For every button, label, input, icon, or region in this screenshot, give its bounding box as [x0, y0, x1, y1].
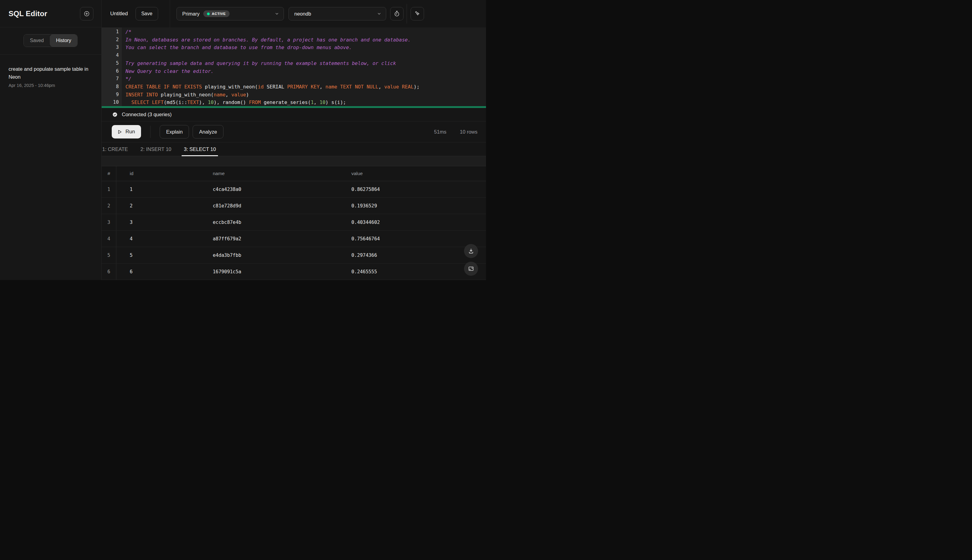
database-name: neondb	[294, 11, 311, 17]
plus-circle-icon	[83, 10, 90, 17]
column-header-id: id	[116, 171, 199, 176]
cell-value: 0.86275864	[338, 187, 486, 192]
tab-saved[interactable]: Saved	[24, 35, 50, 47]
sparkles-icon	[414, 10, 421, 17]
result-tab-3-select-10[interactable]: 3: SELECT 10	[184, 142, 216, 156]
row-number-cell: 3	[102, 214, 116, 230]
line-number: 6	[102, 67, 119, 75]
chevron-down-icon	[274, 11, 279, 16]
row-count: 10 rows	[460, 129, 477, 135]
expand-results-button[interactable]	[464, 262, 478, 276]
code-line: */	[125, 75, 486, 83]
query-history-timer-button[interactable]	[390, 7, 403, 20]
code-line: New Query to clear the editor.	[125, 67, 486, 75]
column-header-value: value	[338, 171, 486, 176]
analyze-button[interactable]: Analyze	[192, 125, 223, 138]
row-number-cell: 6	[102, 263, 116, 280]
line-number: 4	[102, 52, 119, 60]
table-row[interactable]: 22c81e728d9d0.1936529	[102, 198, 486, 214]
cell-id: 4	[116, 236, 199, 242]
branch-select[interactable]: Primary ACTIVE	[176, 7, 284, 20]
cell-name: 1679091c5a	[199, 269, 338, 275]
table-row[interactable]: 44a87ff679a20.75646764	[102, 231, 486, 247]
row-number-cell: 4	[102, 231, 116, 247]
ai-assist-button[interactable]	[411, 7, 424, 20]
code-line: SELECT LEFT(md5(i::TEXT), 10), random() …	[125, 98, 486, 106]
line-number: 1	[102, 28, 119, 36]
code-line: Try generating sample data and querying …	[125, 60, 486, 67]
cell-name: a87ff679a2	[199, 236, 338, 242]
cell-value: 0.75646764	[338, 236, 486, 242]
cell-name: c4ca4238a0	[199, 187, 338, 192]
branch-name: Primary	[182, 11, 200, 17]
cell-id: 2	[116, 203, 199, 208]
cell-name: c81e728d9d	[199, 203, 338, 208]
line-number: 7	[102, 75, 119, 83]
table-row[interactable]: 33eccbc87e4b0.40344602	[102, 214, 486, 231]
row-number-cell: 5	[102, 247, 116, 263]
save-button[interactable]: Save	[136, 7, 158, 20]
line-number: 9	[102, 91, 119, 99]
query-header: Untitled Save	[102, 0, 170, 27]
cell-id: 6	[116, 269, 199, 275]
results-gap-band	[102, 156, 486, 166]
stopwatch-icon	[393, 10, 400, 17]
line-number: 10	[102, 98, 119, 106]
history-item[interactable]: create and populate sample table in Neon…	[0, 55, 101, 94]
history-item-timestamp: Apr 16, 2025 - 10:46pm	[8, 83, 93, 88]
code-editor[interactable]: 12345678910 /*In Neon, databases are sto…	[102, 27, 486, 106]
table-row[interactable]: 55e4da3b7fbb0.2974366	[102, 247, 486, 263]
cell-name: eccbc87e4b	[199, 220, 338, 225]
run-button[interactable]: Run	[112, 125, 141, 138]
sidebar: SQL Editor Saved History create and popu…	[0, 0, 102, 280]
results-table-header: #idnamevalue	[102, 166, 486, 181]
download-icon	[468, 248, 474, 254]
result-tab-2-insert-10[interactable]: 2: INSERT 10	[141, 142, 171, 156]
check-circle-icon	[112, 112, 118, 117]
results-panel: #idnamevalue 11c4ca4238a00.8627586422c81…	[102, 156, 486, 280]
cell-id: 3	[116, 220, 199, 225]
line-number: 2	[102, 36, 119, 44]
code-line: You can select the branch and database t…	[125, 43, 486, 52]
code-line: In Neon, databases are stored on branche…	[125, 36, 486, 44]
code-lines[interactable]: /*In Neon, databases are stored on branc…	[122, 27, 486, 106]
fullscreen-icon	[468, 265, 474, 272]
database-select[interactable]: neondb	[288, 7, 386, 20]
cell-value: 0.40344602	[338, 220, 486, 225]
query-duration: 51ms	[434, 129, 446, 135]
sidebar-tabs-row: Saved History	[0, 27, 101, 55]
main-area: Untitled Save Primary ACTIVE neondb	[102, 0, 486, 280]
line-numbers: 12345678910	[102, 27, 122, 106]
column-header-name: name	[199, 171, 338, 176]
cell-id: 1	[116, 187, 199, 192]
sidebar-header: SQL Editor	[0, 0, 101, 27]
status-dot-icon	[207, 13, 210, 15]
sql-editor-app: SQL Editor Saved History create and popu…	[0, 0, 486, 280]
download-results-button[interactable]	[464, 244, 478, 258]
chevron-down-icon	[377, 11, 381, 16]
topbar: Untitled Save Primary ACTIVE neondb	[102, 0, 486, 27]
cell-id: 5	[116, 253, 199, 258]
line-number: 8	[102, 83, 119, 91]
branch-status-label: ACTIVE	[212, 12, 226, 15]
page-title: SQL Editor	[8, 10, 47, 18]
history-list: create and populate sample table in Neon…	[0, 55, 101, 280]
query-title: Untitled	[110, 11, 128, 17]
new-query-button[interactable]	[80, 7, 94, 20]
code-line: /*	[125, 28, 486, 36]
table-row[interactable]: 661679091c5a0.2465555	[102, 263, 486, 280]
play-icon	[117, 129, 122, 135]
query-toolbar: Run Explain Analyze 51ms 10 rows	[102, 122, 486, 142]
connection-statusbar: Connected (3 queries)	[102, 108, 486, 122]
tab-history[interactable]: History	[50, 35, 77, 47]
explain-button[interactable]: Explain	[160, 125, 189, 138]
row-number-cell: 2	[102, 198, 116, 214]
cell-value: 0.2974366	[338, 253, 486, 258]
cell-value: 0.1936529	[338, 203, 486, 208]
row-number-cell: 1	[102, 181, 116, 197]
cell-name: e4da3b7fbb	[199, 253, 338, 258]
code-line: INSERT INTO playing_with_neon(name, valu…	[125, 91, 486, 99]
result-tab-1-create[interactable]: 1: CREATE	[102, 142, 128, 156]
code-line: CREATE TABLE IF NOT EXISTS playing_with_…	[125, 83, 486, 91]
table-row[interactable]: 11c4ca4238a00.86275864	[102, 181, 486, 198]
